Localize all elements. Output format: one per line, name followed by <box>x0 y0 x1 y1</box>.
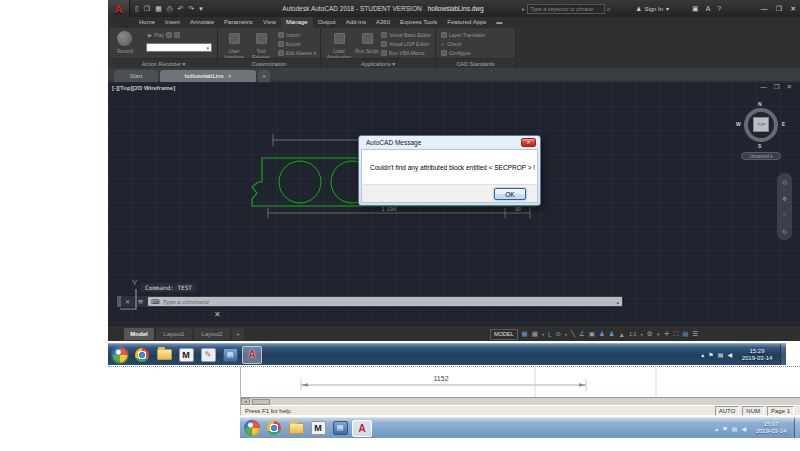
customization-menu-icon[interactable]: ☰ <box>692 330 698 338</box>
background-app-window[interactable]: 1152 ◄ Press F1 for help. AUTO NUM Page … <box>240 367 800 415</box>
taskbar-notes-button[interactable]: ▤ <box>220 346 240 364</box>
dialog-titlebar[interactable]: AutoCAD Message ✕ <box>359 136 540 149</box>
tray-flag-icon[interactable]: ⚑ <box>708 351 713 358</box>
visual-lisp-editor-button[interactable]: Visual LISP Editor <box>381 41 429 47</box>
command-recent-icon[interactable]: ▴ <box>616 299 619 305</box>
doc-minimize-icon[interactable]: — <box>760 83 767 91</box>
tab-view[interactable]: View <box>258 17 281 28</box>
edit-aliases-button[interactable]: Edit Aliases▾ <box>278 50 316 56</box>
search-expand-icon[interactable]: ▸ <box>522 5 525 12</box>
dynamic-input-icon[interactable]: ▣ <box>589 330 595 338</box>
panel-label-applications[interactable]: Applications ▾ <box>321 58 435 68</box>
tab-model[interactable]: Model <box>124 328 154 340</box>
tray2-flag-icon[interactable]: ⚑ <box>722 425 727 432</box>
show-desktop-button-2[interactable] <box>794 418 800 438</box>
tray2-volume-icon[interactable]: ◀ <box>741 425 746 432</box>
new-tab-button[interactable]: + <box>258 70 270 82</box>
isolate-objects-icon[interactable]: ▤ <box>682 330 688 338</box>
show-desktop-button[interactable] <box>780 344 786 365</box>
dialog-close-button[interactable]: ✕ <box>521 138 536 147</box>
load-application-button[interactable]: Load Application <box>325 30 353 60</box>
command-line-bar[interactable]: ✕ ⚒ ⌨ ▴ <box>116 295 624 308</box>
play-button[interactable]: ▶ Play <box>148 32 180 38</box>
tray-expand-icon[interactable]: ▴ <box>701 351 704 358</box>
configure-button[interactable]: Configure <box>441 50 471 56</box>
ortho-mode-icon[interactable]: L <box>548 331 552 338</box>
tool-palettes-button[interactable]: Tool Palettes <box>248 30 274 60</box>
import-button[interactable]: Import <box>278 32 300 38</box>
panel-label-action-recorder[interactable]: Action Recorder ▾ <box>110 58 217 68</box>
taskbar-chrome-button[interactable] <box>132 346 152 364</box>
save-icon[interactable]: ▦ <box>155 5 162 13</box>
doc-restore-icon[interactable]: ❐ <box>774 83 780 91</box>
help-icon[interactable]: ? <box>717 5 721 12</box>
taskbar2-autocad-button[interactable]: A <box>352 419 372 437</box>
tray2-network-icon[interactable]: ▤ <box>732 425 738 432</box>
search-icon[interactable]: ⌕ <box>607 5 611 13</box>
command-input[interactable] <box>163 299 614 305</box>
snap-mode-icon[interactable]: ▦ <box>532 330 538 338</box>
tab-featured-apps[interactable]: Featured Apps <box>442 17 491 28</box>
sign-in[interactable]: ♟ Sign In ▾ <box>636 0 669 17</box>
ok-button[interactable]: OK <box>494 188 526 200</box>
visual-basic-editor-button[interactable]: Visual Basic Editor <box>381 32 431 38</box>
tab-layout1[interactable]: Layout1 <box>156 328 192 340</box>
taskbar2-chrome-button[interactable] <box>264 419 284 437</box>
qat-caret-icon[interactable]: ▾ <box>199 5 203 13</box>
osnap-angle-icon[interactable]: ∠ <box>579 330 585 338</box>
redo-icon[interactable]: ↷ <box>188 5 194 13</box>
open-icon[interactable]: ❐ <box>144 5 150 13</box>
scroll-left-icon[interactable]: ◄ <box>241 398 250 405</box>
insert-message-icon[interactable] <box>166 32 172 38</box>
autodesk-app-icon[interactable]: A <box>706 5 711 12</box>
taskbar2-clock[interactable]: 15:072019-03-14 <box>750 421 792 435</box>
taskbar2-notes-button[interactable]: ▤ <box>330 419 350 437</box>
taskbar-explorer-button[interactable] <box>154 346 174 364</box>
app-menu-button[interactable]: A <box>108 0 130 17</box>
tray-volume-icon[interactable]: ◀ <box>727 351 732 358</box>
polar-caret-icon[interactable]: ▾ <box>565 332 567 337</box>
annotation-scale-value[interactable]: 1:1 <box>629 331 637 337</box>
taskbar-clock[interactable]: 15:292019-03-14 <box>736 348 778 362</box>
run-vba-macro-button[interactable]: Run VBA Macro <box>381 50 425 56</box>
viewcube[interactable]: TOP N S W E <box>739 103 783 147</box>
file-tab-document[interactable]: hollowslabLins✕ <box>160 70 256 82</box>
polar-tracking-icon[interactable]: ⊙ <box>556 330 561 338</box>
viewport-controls-label[interactable]: [-][Top][2D Wireframe] <box>112 85 175 91</box>
named-view-pill[interactable]: Unnamed ▾ <box>741 152 781 160</box>
check-button[interactable]: ✓Check <box>441 41 461 47</box>
tray2-expand-icon[interactable]: ▴ <box>715 425 718 432</box>
taskbar-m-app-button[interactable]: M <box>176 346 196 364</box>
tab-home[interactable]: Home <box>134 17 160 28</box>
full-navigation-wheel-icon[interactable]: ◎ <box>782 178 787 185</box>
isodraft-icon[interactable]: ╲ <box>571 330 575 338</box>
minimize-icon[interactable]: — <box>761 5 768 12</box>
start-button-2[interactable] <box>244 420 260 436</box>
taskbar-paint-button[interactable]: ✎ <box>198 346 218 364</box>
navigation-bar[interactable]: ◎ ✥ ⌕ ↻ <box>777 173 792 240</box>
tab-output[interactable]: Output <box>313 17 341 28</box>
tray-network-icon[interactable]: ▤ <box>718 351 724 358</box>
taskbar2-explorer-button[interactable] <box>286 419 306 437</box>
tab-annotate[interactable]: Annotate <box>185 17 219 28</box>
layer-translator-button[interactable]: Layer Translator <box>441 32 485 38</box>
record-button[interactable] <box>117 31 132 46</box>
tab-close-icon[interactable]: ✕ <box>227 73 231 79</box>
undo-icon[interactable]: ↶ <box>177 5 183 13</box>
insert-pause-icon[interactable] <box>174 32 180 38</box>
search-input[interactable] <box>527 4 605 14</box>
pan-icon[interactable]: ✥ <box>782 195 787 202</box>
tab-layout2[interactable]: Layout2 <box>194 328 230 340</box>
horizontal-scrollbar[interactable]: ◄ <box>241 397 800 405</box>
action-macro-dropdown[interactable]: ▾ <box>146 43 212 52</box>
add-layout-button[interactable]: + <box>232 328 244 340</box>
zoom-icon[interactable]: ⌕ <box>783 211 786 218</box>
new-icon[interactable]: ▯ <box>135 5 139 13</box>
file-tab-start[interactable]: Start <box>114 70 158 82</box>
command-input-field[interactable]: ⌨ ▴ <box>148 297 622 306</box>
doc-close-icon[interactable]: ✕ <box>787 83 792 91</box>
orbit-icon[interactable]: ↻ <box>782 228 787 235</box>
close-icon[interactable]: ✕ <box>790 5 796 13</box>
taskbar2-m-app-button[interactable]: M <box>308 419 328 437</box>
app-store-icon[interactable]: ▣ <box>692 5 699 13</box>
